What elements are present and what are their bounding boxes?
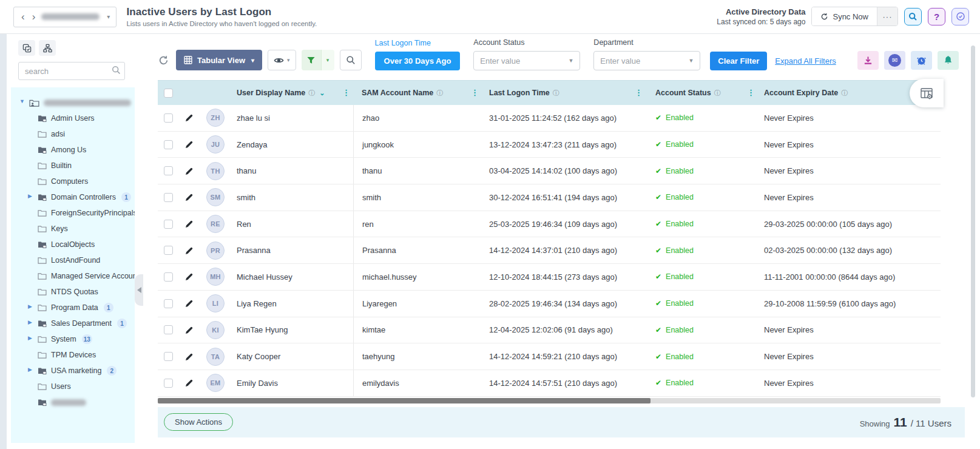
hierarchy-view-button[interactable]: [39, 40, 56, 56]
row-checkbox[interactable]: [164, 220, 173, 229]
tree-node[interactable]: LostAndFound: [21, 252, 131, 268]
expanded-arrow-icon[interactable]: ▼: [19, 99, 25, 104]
domain-navigator[interactable]: ‹ › ▾: [13, 7, 117, 27]
table-row[interactable]: TH thanu thanu 03-04-2025 14:14:02 (100 …: [158, 158, 941, 184]
sidebar-search-input[interactable]: [18, 62, 125, 80]
info-icon[interactable]: ⓘ: [436, 89, 443, 98]
row-checkbox[interactable]: [164, 246, 173, 255]
tree-node[interactable]: Keys: [21, 221, 131, 237]
horizontal-scrollbar[interactable]: [158, 398, 941, 403]
row-checkbox[interactable]: [164, 272, 173, 282]
table-row[interactable]: TA Katy Cooper taehyung 14-12-2024 14:59…: [158, 343, 941, 370]
edit-user-button[interactable]: [178, 272, 200, 281]
table-row[interactable]: LI Liya Regen Liyaregen 28-02-2025 19:46…: [158, 291, 941, 317]
edit-user-button[interactable]: [178, 167, 200, 175]
filter-menu-button[interactable]: ▾: [302, 50, 334, 70]
row-checkbox[interactable]: [164, 352, 173, 361]
chevron-down-icon[interactable]: ▾: [107, 13, 110, 20]
column-menu-icon[interactable]: ⋮: [635, 88, 643, 97]
multi-select-button[interactable]: [18, 40, 35, 56]
row-checkbox[interactable]: [164, 325, 173, 334]
notifications-button[interactable]: [938, 51, 959, 70]
tree-node[interactable]: ▶ Domain Controllers 1: [21, 189, 131, 205]
column-header-account-status[interactable]: Account Status ⓘ ⋮: [646, 81, 758, 105]
department-select[interactable]: Enter value ▼: [593, 51, 700, 70]
edit-user-button[interactable]: [178, 299, 200, 308]
info-icon[interactable]: ⓘ: [308, 89, 315, 98]
table-row[interactable]: JU Zendaya jungkook 13-12-2024 13:47:23 …: [158, 132, 941, 158]
info-icon[interactable]: ⓘ: [553, 89, 559, 98]
column-menu-icon[interactable]: ⋮: [747, 88, 755, 97]
tree-node[interactable]: Computers: [21, 174, 131, 189]
table-row[interactable]: PR Prasanna Prasanna 14-12-2024 14:37:01…: [158, 237, 941, 264]
edit-user-button[interactable]: [178, 140, 200, 149]
edit-user-button[interactable]: [178, 220, 200, 228]
collapsed-arrow-icon[interactable]: ▶: [28, 320, 32, 325]
tree-node[interactable]: Managed Service Accounts: [21, 268, 131, 284]
collapsed-arrow-icon[interactable]: ▶: [28, 367, 32, 373]
edit-user-button[interactable]: [178, 193, 200, 201]
show-actions-button[interactable]: Show Actions: [164, 413, 233, 431]
expand-all-filters-link[interactable]: Expand All Filters: [775, 52, 836, 70]
row-checkbox[interactable]: [164, 299, 173, 308]
tree-node[interactable]: ▶ Program Data 1: [21, 300, 131, 316]
info-icon[interactable]: ⓘ: [841, 89, 848, 98]
collapsed-arrow-icon[interactable]: ▶: [28, 194, 32, 199]
tree-node[interactable]: Builtin: [21, 158, 131, 174]
info-icon[interactable]: ⓘ: [714, 89, 721, 98]
global-search-button[interactable]: [904, 8, 922, 25]
schedule-alarm-button[interactable]: [911, 51, 932, 70]
filter-chevron-icon[interactable]: ▾: [321, 50, 334, 70]
filter-last-logon-value-chip[interactable]: Over 30 Days Ago: [375, 52, 461, 70]
column-header-sam-account[interactable]: SAM Account Name ⓘ ⋮: [353, 81, 482, 105]
table-row[interactable]: EM Emily Davis emilydavis 14-12-2024 14:…: [158, 370, 941, 397]
tree-node[interactable]: Users: [21, 379, 131, 394]
tree-node[interactable]: adsi: [21, 126, 131, 142]
clear-filter-button[interactable]: Clear Filter: [710, 52, 767, 70]
table-row[interactable]: ZH zhae lu si zhao 31-01-2025 11:24:52 (…: [158, 105, 941, 132]
tree-node[interactable]: NTDS Quotas: [21, 284, 131, 300]
tree-node[interactable]: Among Us: [21, 142, 131, 158]
column-menu-icon[interactable]: ⋮: [342, 88, 350, 97]
row-checkbox[interactable]: [164, 379, 173, 388]
help-button[interactable]: ?: [928, 8, 945, 25]
tree-node[interactable]: LocalObjects: [21, 237, 131, 252]
row-checkbox[interactable]: [164, 166, 173, 175]
tree-node[interactable]: [21, 394, 131, 410]
tree-node[interactable]: ▶ USA marketing 2: [21, 363, 131, 379]
column-header-display-name[interactable]: User Display Name ⓘ ⌄ ⋮: [232, 81, 353, 105]
column-visibility-button[interactable]: ▾: [268, 50, 296, 70]
export-download-button[interactable]: [857, 51, 879, 70]
collapsed-arrow-icon[interactable]: ▶: [28, 304, 32, 309]
feedback-chat-button[interactable]: ✉: [884, 51, 905, 70]
edit-user-button[interactable]: [178, 113, 200, 122]
row-checkbox[interactable]: [164, 140, 173, 149]
edit-user-button[interactable]: [178, 246, 200, 255]
tree-node[interactable]: TPM Devices: [21, 347, 131, 363]
sort-chevron-icon[interactable]: ⌄: [319, 89, 325, 97]
collapsed-arrow-icon[interactable]: ▶: [28, 336, 32, 341]
table-row[interactable]: SM smith smith 30-12-2024 16:51:41 (194 …: [158, 184, 941, 211]
column-menu-icon[interactable]: ⋮: [471, 88, 479, 97]
table-row[interactable]: KI KimTae Hyung kimtae 12-04-2025 12:02:…: [158, 317, 941, 344]
tree-node[interactable]: ▼: [21, 95, 131, 110]
horizontal-scrollbar-thumb[interactable]: [158, 398, 651, 403]
table-search-button[interactable]: [340, 50, 362, 70]
row-checkbox[interactable]: [164, 113, 173, 123]
tree-node[interactable]: ▶ System 13: [21, 331, 131, 347]
tree-node[interactable]: ▶ Sales Department 1: [21, 316, 131, 331]
tree-node[interactable]: Admin Users: [21, 110, 131, 126]
reset-view-button[interactable]: [158, 55, 169, 66]
account-status-select[interactable]: Enter value ▼: [473, 51, 580, 70]
sidebar-collapse-handle[interactable]: [135, 274, 143, 306]
vertical-scrollbar[interactable]: [971, 46, 975, 397]
forward-arrow-icon[interactable]: ›: [31, 12, 37, 22]
table-row[interactable]: RE Ren ren 25-03-2025 19:46:34 (109 days…: [158, 211, 941, 238]
edit-user-button[interactable]: [178, 326, 200, 334]
sync-more-button[interactable]: ···: [877, 7, 897, 25]
edit-user-button[interactable]: [178, 379, 200, 387]
sync-now-button[interactable]: Sync Now: [812, 7, 877, 25]
column-header-last-logon[interactable]: Last Logon Time ⓘ ⋮: [482, 81, 646, 105]
back-arrow-icon[interactable]: ‹: [20, 12, 26, 22]
scheduled-tasks-button[interactable]: [951, 8, 969, 25]
